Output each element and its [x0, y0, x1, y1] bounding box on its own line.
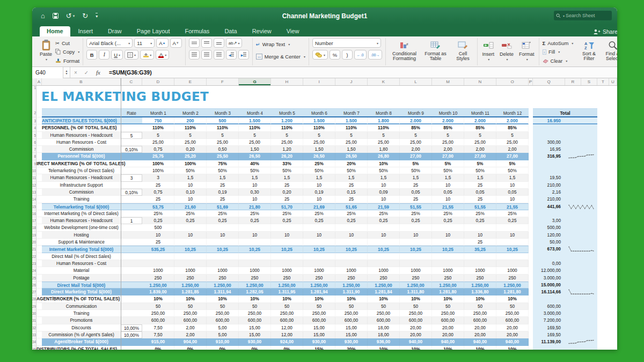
month-cell-11[interactable]: 10% [464, 295, 496, 302]
sparkline-cell[interactable] [565, 160, 597, 167]
month-cell-5[interactable]: 10,25 [271, 246, 303, 253]
autosum-button[interactable]: ΣAutoSum▾ [543, 39, 576, 47]
month-cell-9[interactable]: 10,25 [400, 246, 432, 253]
column-header-L[interactable]: L [400, 78, 432, 85]
month-cell-2[interactable]: 1.250,00 [174, 282, 207, 289]
row-label[interactable]: Promotions [42, 317, 121, 324]
tab-formulas[interactable]: Formulas [178, 26, 217, 36]
month-cell-12[interactable]: 10% [496, 295, 529, 302]
month-cell-12[interactable]: 2.000 [496, 117, 529, 124]
cell-a[interactable] [36, 124, 42, 131]
row-header[interactable]: 14 [32, 196, 36, 203]
row-header[interactable]: 18 [32, 224, 36, 231]
cell-a[interactable] [36, 217, 42, 224]
month-cell-2[interactable] [174, 260, 207, 267]
name-box[interactable]: G40 [32, 67, 63, 78]
row-label[interactable]: Agent/Broker Total $(000) [42, 338, 121, 345]
month-cell-7[interactable]: 250 [335, 275, 368, 282]
total-cell[interactable]: 3.000,00 [533, 275, 565, 282]
month-cell-6[interactable]: 110% [303, 124, 335, 131]
total-cell[interactable]: 120,00 [533, 232, 565, 239]
month-cell-5[interactable]: 0,25 [271, 217, 303, 224]
month-cell-9[interactable]: 10% [400, 295, 432, 302]
month-cell-9[interactable]: 10 [400, 232, 432, 239]
month-cell-7[interactable]: 5 [335, 132, 368, 139]
month-cell-9[interactable]: 0,25 [400, 217, 432, 224]
total-cell[interactable] [533, 210, 565, 217]
sparkline-cell[interactable] [565, 331, 597, 338]
month-cell-3[interactable]: 25,00 [207, 139, 239, 146]
month-cell-7[interactable]: 1.250,00 [335, 282, 368, 289]
month-cell-3[interactable]: 0,25 [207, 217, 239, 224]
row-label[interactable]: DISTRIBUTORS (% OF TOTAL SALES) [36, 346, 121, 350]
total-cell[interactable]: 12.000,00 [533, 267, 565, 274]
cell-a[interactable] [36, 303, 42, 310]
total-cell[interactable] [533, 167, 565, 174]
month-cell-10[interactable]: 50% [432, 167, 464, 174]
row-label[interactable]: Communication [42, 303, 121, 310]
month-cell-10[interactable]: 10% [432, 295, 464, 302]
month-cell-8[interactable]: 10 [368, 196, 400, 203]
month-cell-8[interactable]: 1000 [368, 267, 400, 274]
month-cell-3[interactable]: 5,00 [207, 331, 239, 338]
cell-a[interactable] [36, 203, 42, 210]
rate-header-cell[interactable]: Rate [121, 108, 142, 117]
row-label[interactable]: Training [42, 310, 121, 317]
month-cell-3[interactable]: 25,50 [207, 153, 239, 160]
month-cell-2[interactable]: 21,60 [174, 203, 207, 210]
month-cell-11[interactable]: 50% [464, 167, 496, 174]
sparkline-cell[interactable] [565, 239, 597, 246]
total-cell[interactable]: 2,16 [533, 189, 565, 196]
month-cell-4[interactable]: 50 [239, 303, 271, 310]
rate-cell[interactable]: 3 [121, 174, 142, 181]
month-cell-8[interactable]: 10% [368, 346, 400, 350]
sparkline-cell[interactable] [565, 117, 597, 124]
month-cell-8[interactable]: 10,25 [368, 246, 400, 253]
rate-cell[interactable] [121, 224, 142, 231]
month-cell-6[interactable]: 1.281,94 [303, 289, 335, 295]
month-cell-1[interactable] [142, 253, 174, 260]
month-cell-2[interactable]: 0,25 [174, 217, 207, 224]
month-cell-7[interactable]: 26,50 [335, 153, 368, 160]
month-cell-11[interactable]: 2,00 [464, 146, 496, 153]
sparkline-cell[interactable] [565, 246, 597, 253]
month-cell-4[interactable]: 0,25 [239, 217, 271, 224]
sparkline-cell[interactable] [565, 310, 597, 317]
month-cell-2[interactable]: 50 [174, 303, 207, 310]
month-cell-3[interactable] [207, 239, 239, 246]
month-cell-12[interactable]: 1.250,00 [496, 282, 529, 289]
month-cell-6[interactable]: 1000 [303, 267, 335, 274]
month-cell-5[interactable]: 1.200 [271, 117, 303, 124]
month-cell-4[interactable]: 0% [239, 346, 271, 350]
month-cell-11[interactable]: 0,05 [464, 189, 496, 196]
month-cell-5[interactable]: 1,5 [271, 174, 303, 181]
row-header[interactable]: 20 [32, 239, 36, 246]
month-cell-10[interactable]: 10 [432, 182, 464, 189]
month-cell-6[interactable]: 600,00 [303, 317, 335, 324]
month-cell-6[interactable]: 10 [303, 196, 335, 203]
month-cell-8[interactable]: 1,80 [368, 146, 400, 153]
month-cell-4[interactable] [239, 224, 271, 231]
month-cell-12[interactable]: 10 [496, 182, 529, 189]
row-label[interactable]: Training [42, 196, 121, 203]
rate-cell[interactable] [121, 310, 142, 317]
month-cell-9[interactable]: 25 [400, 182, 432, 189]
month-cell-2[interactable]: 0% [174, 346, 207, 350]
total-cell[interactable]: 15.000,00 [533, 282, 565, 289]
month-cell-10[interactable] [432, 239, 464, 246]
conditional-formatting-button[interactable]: ≠ Conditional Formatting [389, 38, 419, 65]
month-cell-6[interactable]: 15,00 [303, 331, 335, 338]
row-header[interactable]: 30 [32, 310, 36, 317]
month-cell-9[interactable]: 10% [400, 346, 432, 350]
month-cell-12[interactable]: 1000 [496, 267, 529, 274]
month-cell-10[interactable]: 250 [432, 275, 464, 282]
month-cell-11[interactable]: 25 [464, 196, 496, 203]
month-cell-3[interactable]: 10,25 [207, 246, 239, 253]
cell-a[interactable] [36, 189, 42, 196]
rate-cell[interactable] [121, 117, 142, 124]
month-cell-4[interactable]: 1,50 [239, 146, 271, 153]
month-cell-6[interactable]: 0,19 [303, 189, 335, 196]
month-cell-7[interactable]: 10% [335, 295, 368, 302]
month-cell-5[interactable]: 0% [271, 346, 303, 350]
month-cell-2[interactable]: 5 [174, 132, 207, 139]
